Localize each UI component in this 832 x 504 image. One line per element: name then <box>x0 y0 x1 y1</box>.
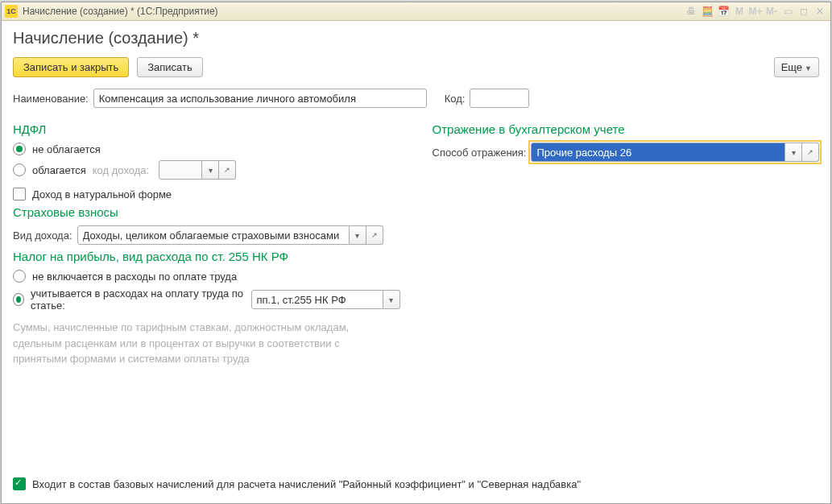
profit-tax-description: Суммы, начисленные по тарифным ставкам, … <box>13 320 383 367</box>
more-button[interactable]: Еще▼ <box>774 57 819 77</box>
left-column: НДФЛ не облагается облагается код дохода… <box>13 118 400 367</box>
footer: Входит в состав базовых начислений для р… <box>13 465 819 495</box>
memory-m-icon[interactable]: M <box>732 4 747 19</box>
name-row: Наименование: Код: <box>13 89 819 108</box>
base-accruals-checkbox[interactable] <box>13 477 26 490</box>
save-button[interactable]: Записать <box>137 57 203 77</box>
minimize-icon[interactable]: ▭ <box>780 4 795 19</box>
not-included-radio[interactable] <box>13 270 26 283</box>
reflection-method-dropdown-button[interactable]: ▾ <box>785 143 802 162</box>
insurance-header: Страховые взносы <box>13 205 400 219</box>
not-included-label: не включается в расходы по оплате труда <box>32 271 237 283</box>
name-label: Наименование: <box>13 93 89 105</box>
chevron-down-icon: ▼ <box>805 64 812 72</box>
memory-mplus-icon[interactable]: M+ <box>748 4 763 19</box>
included-label: учитывается в расходах на оплату труда п… <box>31 287 245 312</box>
natural-income-label: Доход в натуральной форме <box>32 188 172 200</box>
name-input[interactable] <box>93 89 427 108</box>
reflection-method-open-button[interactable]: ↗ <box>802 143 819 162</box>
window-title: Начисление (создание) * (1С:Предприятие) <box>23 6 218 17</box>
article-dropdown-button[interactable]: ▾ <box>383 290 400 309</box>
income-type-label: Вид дохода: <box>13 229 72 242</box>
income-type-dropdown-button[interactable]: ▾ <box>350 225 366 245</box>
ndfl-not-taxed-label: не облагается <box>32 143 101 155</box>
calendar-icon[interactable]: 📅 <box>716 4 731 19</box>
ndfl-not-taxed-radio[interactable] <box>13 143 26 155</box>
included-radio[interactable] <box>13 293 24 306</box>
titlebar: 1C Начисление (создание) * (1С:Предприят… <box>2 2 830 21</box>
right-column: Отражение в бухгалтерском учете Способ о… <box>433 118 820 367</box>
calculator-icon[interactable]: 🧮 <box>700 4 714 19</box>
reflection-method-input[interactable] <box>531 143 785 162</box>
toolbar: Записать и закрыть Записать Еще▼ <box>13 57 819 77</box>
save-and-close-button[interactable]: Записать и закрыть <box>13 57 129 77</box>
income-code-dropdown-button[interactable]: ▾ <box>202 160 219 180</box>
base-accruals-label: Входит в состав базовых начислений для р… <box>32 478 581 490</box>
income-code-open-button[interactable]: ↗ <box>219 160 236 180</box>
income-type-input[interactable] <box>77 225 350 245</box>
code-label: Код: <box>445 93 466 105</box>
income-code-input <box>159 160 202 180</box>
ndfl-taxed-radio[interactable] <box>13 163 26 176</box>
accounting-header: Отражение в бухгалтерском учете <box>433 122 820 136</box>
income-type-open-button[interactable]: ↗ <box>366 225 383 245</box>
app-logo: 1C <box>5 5 18 18</box>
ndfl-header: НДФЛ <box>13 122 400 136</box>
income-code-label: код дохода: <box>93 164 149 176</box>
code-input[interactable] <box>470 89 529 108</box>
article-input[interactable] <box>251 290 383 309</box>
profit-tax-header: Налог на прибыль, вид расхода по ст. 255… <box>13 250 400 263</box>
print-icon[interactable]: 🖶 <box>684 4 698 19</box>
window: 1C Начисление (создание) * (1С:Предприят… <box>1 2 831 504</box>
reflection-method-label: Способ отражения: <box>433 147 527 159</box>
memory-mminus-icon[interactable]: M- <box>764 4 779 19</box>
form-body: Начисление (создание) * Записать и закры… <box>2 21 830 503</box>
close-icon[interactable]: ✕ <box>813 4 827 19</box>
page-title: Начисление (создание) * <box>13 29 819 48</box>
maximize-icon[interactable]: ◻ <box>797 4 811 19</box>
ndfl-taxed-label: облагается <box>32 164 86 176</box>
natural-income-checkbox[interactable] <box>13 188 26 200</box>
